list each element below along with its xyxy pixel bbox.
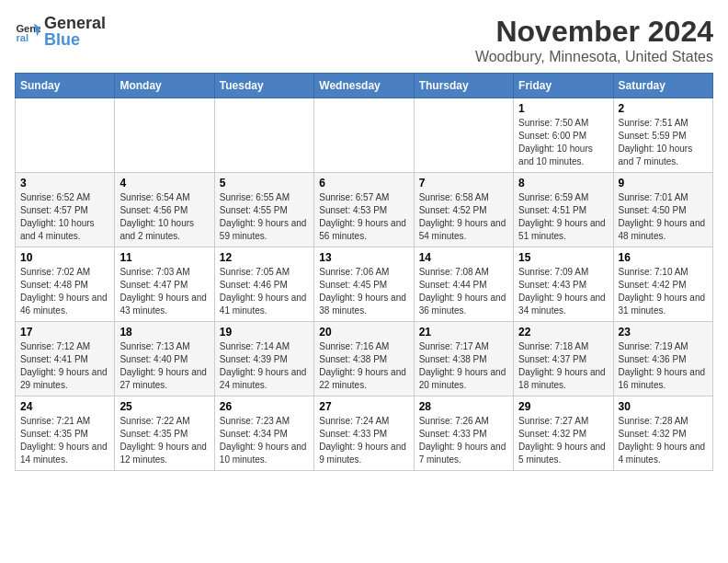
day-number: 26 bbox=[220, 400, 309, 413]
day-info: Sunrise: 7:06 AM Sunset: 4:45 PM Dayligh… bbox=[319, 266, 408, 317]
day-info: Sunrise: 7:03 AM Sunset: 4:47 PM Dayligh… bbox=[119, 266, 209, 317]
calendar-cell bbox=[414, 98, 513, 173]
calendar-cell: 30Sunrise: 7:28 AM Sunset: 4:32 PM Dayli… bbox=[613, 396, 712, 471]
calendar-cell: 13Sunrise: 7:06 AM Sunset: 4:45 PM Dayli… bbox=[314, 247, 414, 322]
day-number: 29 bbox=[518, 400, 608, 413]
month-title: November 2024 bbox=[475, 15, 713, 49]
calendar-week-2: 3Sunrise: 6:52 AM Sunset: 4:57 PM Daylig… bbox=[16, 173, 713, 247]
day-number: 16 bbox=[619, 251, 708, 264]
day-number: 7 bbox=[419, 177, 508, 190]
calendar-week-5: 24Sunrise: 7:21 AM Sunset: 4:35 PM Dayli… bbox=[16, 396, 713, 471]
day-number: 12 bbox=[220, 251, 309, 264]
calendar-week-1: 1Sunrise: 7:50 AM Sunset: 6:00 PM Daylig… bbox=[16, 98, 713, 173]
day-info: Sunrise: 7:21 AM Sunset: 4:35 PM Dayligh… bbox=[20, 415, 109, 466]
day-number: 9 bbox=[619, 177, 708, 190]
day-info: Sunrise: 6:54 AM Sunset: 4:56 PM Dayligh… bbox=[119, 191, 209, 243]
day-info: Sunrise: 7:24 AM Sunset: 4:33 PM Dayligh… bbox=[319, 415, 408, 466]
day-number: 25 bbox=[119, 400, 209, 413]
day-number: 15 bbox=[518, 251, 608, 264]
day-number: 18 bbox=[119, 326, 209, 339]
day-number: 11 bbox=[119, 251, 209, 264]
day-number: 17 bbox=[20, 326, 109, 339]
calendar-cell: 10Sunrise: 7:02 AM Sunset: 4:48 PM Dayli… bbox=[16, 247, 115, 322]
day-info: Sunrise: 7:28 AM Sunset: 4:32 PM Dayligh… bbox=[619, 415, 708, 466]
day-number: 4 bbox=[119, 177, 209, 190]
calendar-cell bbox=[115, 98, 214, 173]
calendar-cell: 11Sunrise: 7:03 AM Sunset: 4:47 PM Dayli… bbox=[115, 247, 214, 322]
day-number: 10 bbox=[20, 251, 109, 264]
day-info: Sunrise: 7:09 AM Sunset: 4:43 PM Dayligh… bbox=[518, 266, 608, 317]
calendar-cell: 29Sunrise: 7:27 AM Sunset: 4:32 PM Dayli… bbox=[514, 396, 613, 471]
day-info: Sunrise: 7:10 AM Sunset: 4:42 PM Dayligh… bbox=[619, 266, 708, 317]
logo: Gene ral General Blue bbox=[15, 15, 106, 48]
day-info: Sunrise: 7:22 AM Sunset: 4:35 PM Dayligh… bbox=[119, 415, 209, 466]
calendar-cell: 9Sunrise: 7:01 AM Sunset: 4:50 PM Daylig… bbox=[613, 173, 712, 247]
calendar-table: SundayMondayTuesdayWednesdayThursdayFrid… bbox=[15, 73, 713, 471]
day-info: Sunrise: 7:50 AM Sunset: 6:00 PM Dayligh… bbox=[518, 117, 608, 168]
calendar-header-friday: Friday bbox=[514, 74, 613, 98]
day-number: 28 bbox=[419, 400, 508, 413]
day-number: 14 bbox=[419, 251, 508, 264]
day-info: Sunrise: 7:26 AM Sunset: 4:33 PM Dayligh… bbox=[419, 415, 508, 466]
day-number: 8 bbox=[518, 177, 608, 190]
calendar-cell: 2Sunrise: 7:51 AM Sunset: 5:59 PM Daylig… bbox=[613, 98, 712, 173]
day-number: 20 bbox=[319, 326, 408, 339]
day-number: 5 bbox=[220, 177, 309, 190]
day-number: 19 bbox=[220, 326, 309, 339]
calendar-cell: 24Sunrise: 7:21 AM Sunset: 4:35 PM Dayli… bbox=[16, 396, 115, 471]
calendar-cell: 15Sunrise: 7:09 AM Sunset: 4:43 PM Dayli… bbox=[514, 247, 613, 322]
day-number: 3 bbox=[20, 177, 109, 190]
calendar-header-row: SundayMondayTuesdayWednesdayThursdayFrid… bbox=[16, 74, 713, 98]
calendar-cell: 17Sunrise: 7:12 AM Sunset: 4:41 PM Dayli… bbox=[16, 322, 115, 396]
day-number: 22 bbox=[518, 326, 608, 339]
title-area: November 2024 Woodbury, Minnesota, Unite… bbox=[475, 15, 713, 65]
calendar-header-tuesday: Tuesday bbox=[214, 74, 313, 98]
day-info: Sunrise: 6:55 AM Sunset: 4:55 PM Dayligh… bbox=[220, 191, 309, 243]
calendar-cell: 19Sunrise: 7:14 AM Sunset: 4:39 PM Dayli… bbox=[214, 322, 313, 396]
day-info: Sunrise: 6:52 AM Sunset: 4:57 PM Dayligh… bbox=[20, 191, 109, 243]
calendar-cell: 23Sunrise: 7:19 AM Sunset: 4:36 PM Dayli… bbox=[613, 322, 712, 396]
calendar-cell: 12Sunrise: 7:05 AM Sunset: 4:46 PM Dayli… bbox=[214, 247, 313, 322]
calendar-header-sunday: Sunday bbox=[16, 74, 115, 98]
day-info: Sunrise: 7:17 AM Sunset: 4:38 PM Dayligh… bbox=[419, 340, 508, 392]
day-number: 30 bbox=[619, 400, 708, 413]
day-info: Sunrise: 7:23 AM Sunset: 4:34 PM Dayligh… bbox=[220, 415, 309, 466]
day-info: Sunrise: 7:13 AM Sunset: 4:40 PM Dayligh… bbox=[119, 340, 209, 392]
calendar-header-thursday: Thursday bbox=[414, 74, 513, 98]
day-number: 1 bbox=[518, 102, 608, 115]
day-info: Sunrise: 6:59 AM Sunset: 4:51 PM Dayligh… bbox=[518, 191, 608, 243]
logo-blue: Blue bbox=[44, 30, 80, 49]
calendar-cell: 21Sunrise: 7:17 AM Sunset: 4:38 PM Dayli… bbox=[414, 322, 513, 396]
calendar-cell: 1Sunrise: 7:50 AM Sunset: 6:00 PM Daylig… bbox=[514, 98, 613, 173]
logo-icon: Gene ral bbox=[15, 18, 40, 44]
day-number: 27 bbox=[319, 400, 408, 413]
calendar-cell: 5Sunrise: 6:55 AM Sunset: 4:55 PM Daylig… bbox=[214, 173, 313, 247]
calendar-cell: 22Sunrise: 7:18 AM Sunset: 4:37 PM Dayli… bbox=[514, 322, 613, 396]
svg-text:ral: ral bbox=[16, 32, 28, 43]
day-info: Sunrise: 6:57 AM Sunset: 4:53 PM Dayligh… bbox=[319, 191, 408, 243]
day-number: 21 bbox=[419, 326, 508, 339]
calendar-cell: 25Sunrise: 7:22 AM Sunset: 4:35 PM Dayli… bbox=[115, 396, 214, 471]
logo-general: General bbox=[44, 14, 106, 32]
calendar-cell bbox=[214, 98, 313, 173]
day-number: 13 bbox=[319, 251, 408, 264]
day-info: Sunrise: 7:05 AM Sunset: 4:46 PM Dayligh… bbox=[220, 266, 309, 317]
calendar-cell: 7Sunrise: 6:58 AM Sunset: 4:52 PM Daylig… bbox=[414, 173, 513, 247]
location-title: Woodbury, Minnesota, United States bbox=[475, 49, 713, 65]
calendar-cell: 26Sunrise: 7:23 AM Sunset: 4:34 PM Dayli… bbox=[214, 396, 313, 471]
calendar-cell bbox=[314, 98, 414, 173]
day-number: 2 bbox=[619, 102, 708, 115]
calendar-header-saturday: Saturday bbox=[613, 74, 712, 98]
day-info: Sunrise: 7:12 AM Sunset: 4:41 PM Dayligh… bbox=[20, 340, 109, 392]
day-info: Sunrise: 7:19 AM Sunset: 4:36 PM Dayligh… bbox=[619, 340, 708, 392]
day-number: 24 bbox=[20, 400, 109, 413]
calendar-week-4: 17Sunrise: 7:12 AM Sunset: 4:41 PM Dayli… bbox=[16, 322, 713, 396]
day-info: Sunrise: 6:58 AM Sunset: 4:52 PM Dayligh… bbox=[419, 191, 508, 243]
calendar-cell bbox=[16, 98, 115, 173]
day-number: 23 bbox=[619, 326, 708, 339]
day-info: Sunrise: 7:02 AM Sunset: 4:48 PM Dayligh… bbox=[20, 266, 109, 317]
calendar-cell: 8Sunrise: 6:59 AM Sunset: 4:51 PM Daylig… bbox=[514, 173, 613, 247]
calendar-header-monday: Monday bbox=[115, 74, 214, 98]
calendar-cell: 6Sunrise: 6:57 AM Sunset: 4:53 PM Daylig… bbox=[314, 173, 414, 247]
calendar-cell: 14Sunrise: 7:08 AM Sunset: 4:44 PM Dayli… bbox=[414, 247, 513, 322]
